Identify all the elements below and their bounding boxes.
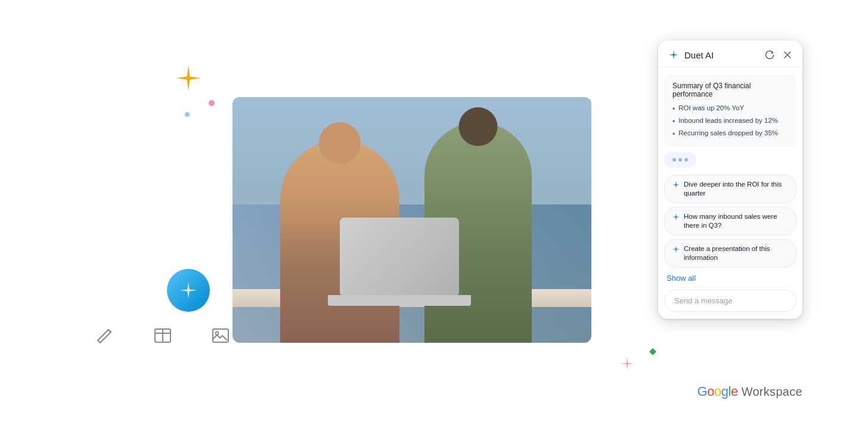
loading-indicator: [664, 152, 796, 168]
input-placeholder: Send a message: [674, 296, 786, 305]
decorative-dot-blue: [185, 112, 190, 117]
summary-card: Summary of Q3 financial performance ROI …: [664, 75, 796, 147]
title-group: Duet AI: [668, 49, 714, 61]
show-all-button[interactable]: Show all: [658, 271, 802, 287]
decorative-diamond-green: [649, 347, 656, 358]
google-logo: Google: [698, 384, 738, 399]
suggestions-list: Dive deeper into the ROI for this quarte…: [658, 172, 802, 271]
table-icon[interactable]: [153, 326, 172, 348]
dot-1: [672, 158, 676, 162]
loading-dots: [664, 152, 696, 168]
suggestion-chip-1[interactable]: Dive deeper into the ROI for this quarte…: [664, 175, 796, 203]
toolbar: [95, 326, 230, 348]
suggestion-text-1: Dive deeper into the ROI for this quarte…: [684, 180, 789, 198]
summary-item-2: Inbound leads increased by 12%: [672, 116, 788, 128]
refresh-button[interactable]: [764, 49, 775, 60]
panel-header: Duet AI: [658, 41, 802, 67]
image-icon[interactable]: [211, 326, 230, 348]
chip-sparkle-2: [672, 213, 680, 221]
summary-item-1: ROI was up 20% YoY: [672, 103, 788, 116]
chip-sparkle-3: [672, 245, 680, 253]
chip-sparkle-1: [672, 181, 680, 189]
summary-list: ROI was up 20% YoY Inbound leads increas…: [672, 103, 788, 140]
decorative-star-pink: [619, 355, 636, 374]
workspace-label: Workspace: [742, 385, 802, 399]
decorative-star-gold: [176, 66, 201, 91]
hero-image: [232, 97, 591, 343]
summary-title: Summary of Q3 financial performance: [672, 82, 788, 98]
suggestion-text-2: How many inbound sales were there in Q3?: [684, 212, 789, 230]
summary-item-3: Recurring sales dropped by 35%: [672, 128, 788, 141]
close-button[interactable]: [782, 49, 793, 60]
dot-2: [678, 158, 682, 162]
edit-icon[interactable]: [95, 326, 114, 348]
svg-rect-3: [213, 329, 228, 342]
header-actions: [764, 49, 793, 60]
duet-sparkle-icon: [668, 49, 680, 61]
google-workspace-branding: Google Workspace: [698, 384, 802, 399]
suggestion-chip-3[interactable]: Create a presentation of this informatio…: [664, 239, 796, 268]
suggestion-chip-2[interactable]: How many inbound sales were there in Q3?: [664, 207, 796, 235]
message-input[interactable]: Send a message: [664, 290, 796, 312]
suggestion-text-3: Create a presentation of this informatio…: [684, 244, 789, 262]
panel-title: Duet AI: [684, 50, 714, 60]
duet-ai-panel: Duet AI Summary of Q3 financial performa…: [658, 41, 802, 319]
decorative-dot-pink: [209, 100, 215, 106]
ai-circle-button[interactable]: [167, 269, 210, 312]
dot-3: [684, 158, 688, 162]
